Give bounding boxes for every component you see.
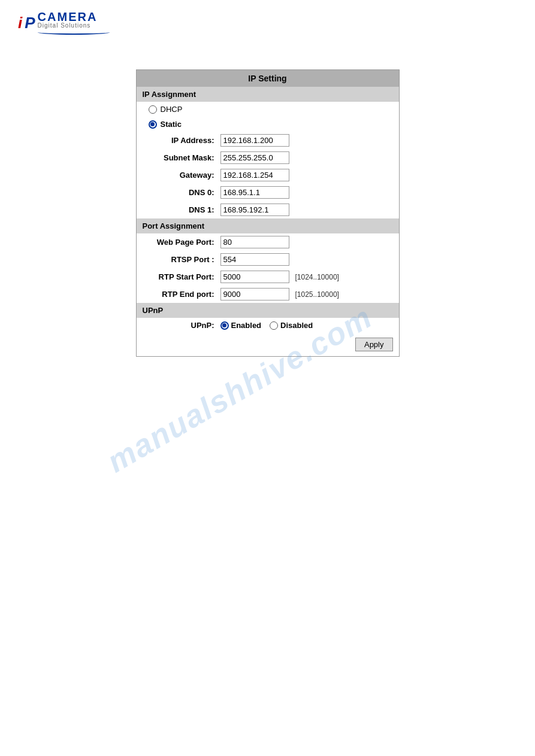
subnet-mask-row: Subnet Mask: (137, 149, 399, 166)
static-radio[interactable] (149, 120, 157, 129)
web-page-port-input[interactable] (220, 236, 289, 248)
apply-button[interactable]: Apply (355, 338, 393, 351)
upnp-label: UPnP: (143, 321, 220, 330)
ip-address-input[interactable] (220, 134, 289, 147)
apply-row: Apply (137, 333, 399, 356)
ip-address-label: IP Address: (143, 136, 220, 145)
rtp-start-port-input[interactable] (220, 271, 289, 283)
upnp-enabled-option[interactable]: Enabled (220, 321, 262, 330)
gateway-row: Gateway: (137, 166, 399, 184)
upnp-options: Enabled Disabled (220, 321, 313, 330)
subnet-mask-label: Subnet Mask: (143, 153, 220, 162)
rtp-end-port-input[interactable] (220, 288, 289, 300)
rtp-end-port-row: RTP End port: [1025..10000] (137, 286, 399, 303)
page-wrapper: i P CAMERA Digital Solutions manualshhiv… (0, 0, 535, 756)
rtp-start-port-row: RTP Start Port: [1024..10000] (137, 268, 399, 286)
upnp-row: UPnP: Enabled Disabled (137, 318, 399, 333)
dns1-label: DNS 1: (143, 205, 220, 214)
logo-arc (38, 30, 110, 35)
rtp-start-port-hint: [1024..10000] (295, 273, 339, 281)
dhcp-radio[interactable] (149, 105, 157, 114)
dns1-input[interactable] (220, 204, 289, 216)
ip-assignment-header: IP Assignment (137, 87, 399, 102)
logo-digital: Digital Solutions (38, 23, 110, 29)
static-label: Static (161, 120, 182, 129)
dns0-input[interactable] (220, 186, 289, 199)
dns0-label: DNS 0: (143, 188, 220, 197)
upnp-disabled-option[interactable]: Disabled (270, 321, 313, 330)
dhcp-label: DHCP (161, 105, 183, 114)
rtsp-port-input[interactable] (220, 253, 289, 266)
rtsp-port-row: RTSP Port : (137, 251, 399, 268)
upnp-header: UPnP (137, 303, 399, 318)
upnp-enabled-label: Enabled (231, 321, 262, 330)
upnp-enabled-radio[interactable] (220, 321, 229, 330)
logo: i P CAMERA Digital Solutions (18, 11, 110, 35)
port-assignment-header: Port Assignment (137, 218, 399, 233)
rtp-end-port-hint: [1025..10000] (295, 290, 339, 299)
panel-title: IP Setting (137, 70, 399, 87)
dns1-row: DNS 1: (137, 201, 399, 218)
logo-text-block: CAMERA Digital Solutions (38, 11, 110, 35)
gateway-label: Gateway: (143, 171, 220, 180)
logo-area: i P CAMERA Digital Solutions (0, 0, 535, 45)
logo-i: i (18, 14, 22, 32)
web-page-port-label: Web Page Port: (143, 238, 220, 247)
ip-address-row: IP Address: (137, 132, 399, 149)
upnp-disabled-radio[interactable] (270, 321, 278, 330)
subnet-mask-input[interactable] (220, 151, 289, 164)
web-page-port-row: Web Page Port: (137, 233, 399, 251)
static-radio-row[interactable]: Static (137, 117, 399, 132)
dns0-row: DNS 0: (137, 184, 399, 201)
rtsp-port-label: RTSP Port : (143, 255, 220, 264)
rtp-end-port-label: RTP End port: (143, 290, 220, 299)
ip-setting-panel: IP Setting IP Assignment DHCP Static IP … (136, 69, 400, 357)
logo-camera: CAMERA (38, 11, 110, 23)
rtp-start-port-label: RTP Start Port: (143, 272, 220, 281)
logo-p: P (25, 14, 35, 32)
dhcp-radio-row[interactable]: DHCP (137, 102, 399, 117)
upnp-disabled-label: Disabled (280, 321, 313, 330)
content-area: IP Setting IP Assignment DHCP Static IP … (0, 45, 535, 357)
gateway-input[interactable] (220, 169, 289, 181)
